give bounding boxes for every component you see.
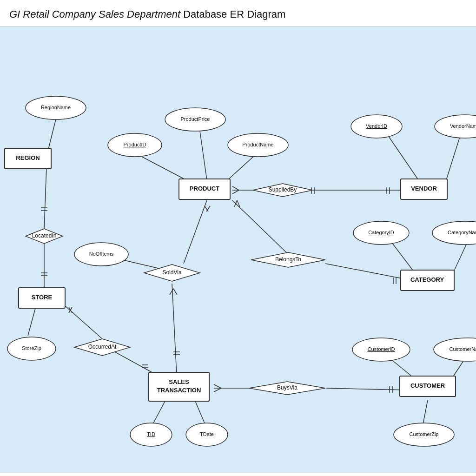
svg-line-30 bbox=[325, 264, 409, 280]
attr-vendor-id-label: VendorID bbox=[366, 123, 387, 129]
attr-product-name: ProductName bbox=[228, 133, 288, 157]
attr-product-price: ProductPrice bbox=[165, 108, 225, 131]
attr-tdate: TDate bbox=[186, 423, 228, 446]
svg-line-45 bbox=[195, 401, 205, 423]
attr-category-id: CategoryID bbox=[353, 221, 409, 245]
relation-sold-via-label: SoldVia bbox=[162, 269, 181, 276]
svg-line-37 bbox=[206, 206, 210, 212]
attr-category-name: CategoryName bbox=[432, 221, 476, 245]
entity-region-label: REGION bbox=[16, 154, 40, 161]
svg-line-25 bbox=[388, 136, 418, 180]
svg-line-49 bbox=[326, 388, 407, 390]
attr-product-id-label: ProductID bbox=[124, 142, 146, 147]
attr-customer-name-label: CustomerName bbox=[449, 346, 476, 352]
entity-region: REGION bbox=[5, 148, 51, 169]
svg-line-43 bbox=[173, 289, 177, 295]
attr-no-of-items-label: NoOfItems bbox=[89, 251, 114, 257]
svg-line-36 bbox=[205, 206, 208, 212]
attr-customer-id-label: CustomerID bbox=[368, 346, 395, 352]
relation-supplied-by-label: SuppliedBy bbox=[269, 186, 297, 193]
relation-occurred-at: OccurredAt bbox=[74, 339, 130, 356]
relation-occurred-at-label: OccurredAt bbox=[88, 344, 117, 350]
attr-customer-zip: CustomerZip bbox=[394, 423, 454, 446]
attr-category-name-label: CategoryName bbox=[448, 230, 476, 235]
attr-region-name-label: RegionName bbox=[41, 105, 71, 110]
entity-product-label: PRODUCT bbox=[190, 185, 219, 192]
attr-tid-label: TID bbox=[147, 431, 155, 437]
attr-region-name: RegionName bbox=[26, 96, 86, 119]
attr-category-id-label: CategoryID bbox=[368, 230, 394, 235]
svg-line-8 bbox=[60, 302, 102, 339]
attr-customer-name: CustomerName bbox=[434, 338, 476, 361]
relation-supplied-by: SuppliedBy bbox=[253, 184, 312, 197]
entity-store: STORE bbox=[19, 288, 65, 308]
entity-store-label: STORE bbox=[32, 294, 53, 301]
relation-belongs-to-label: BelongsTo bbox=[275, 256, 301, 263]
svg-line-14 bbox=[142, 157, 186, 180]
title-bold: Database ER Diagram bbox=[180, 8, 285, 20]
svg-line-15 bbox=[200, 131, 207, 180]
attr-vendor-id: VendorID bbox=[351, 115, 402, 138]
entity-category-label: CATEGORY bbox=[410, 276, 444, 283]
title-italic: GI Retail Company Sales Department bbox=[9, 8, 180, 20]
page-title: GI Retail Company Sales Department Datab… bbox=[0, 0, 476, 26]
svg-line-16 bbox=[228, 157, 253, 180]
svg-line-26 bbox=[446, 136, 460, 180]
svg-line-39 bbox=[172, 284, 177, 375]
svg-line-11 bbox=[115, 352, 157, 375]
relation-buys-via: BuysVia bbox=[249, 382, 325, 395]
entity-vendor: VENDOR bbox=[401, 179, 447, 199]
er-diagram: REGION PRODUCT VENDOR CATEGORY STORE SAL… bbox=[0, 26, 476, 473]
attr-vendor-name-label: VendorName bbox=[450, 123, 476, 129]
attr-tid: TID bbox=[130, 423, 172, 446]
attr-store-zip-label: StoreZip bbox=[22, 345, 41, 351]
attr-vendor-name: VendorName bbox=[435, 115, 476, 138]
svg-line-28 bbox=[234, 200, 237, 207]
entity-sales-transaction-label2: TRANSACTION bbox=[157, 387, 201, 394]
svg-line-27 bbox=[232, 200, 288, 254]
relation-buys-via-label: BuysVia bbox=[277, 384, 298, 391]
attr-tdate-label: TDate bbox=[200, 431, 214, 437]
attr-product-price-label: ProductPrice bbox=[181, 116, 210, 122]
svg-line-44 bbox=[153, 401, 165, 423]
entity-customer-label: CUSTOMER bbox=[410, 382, 445, 389]
relation-located-in: LocatedIn bbox=[26, 229, 63, 244]
svg-line-1 bbox=[44, 167, 46, 229]
attr-customer-zip-label: CustomerZip bbox=[410, 431, 439, 437]
entity-sales-transaction-label1: SALES bbox=[169, 378, 189, 385]
svg-line-47 bbox=[214, 384, 221, 388]
entity-category: CATEGORY bbox=[401, 270, 454, 291]
entity-customer: CUSTOMER bbox=[400, 376, 456, 397]
svg-line-18 bbox=[232, 186, 239, 190]
svg-line-54 bbox=[423, 400, 428, 424]
attr-product-name-label: ProductName bbox=[242, 142, 273, 147]
entity-vendor-label: VENDOR bbox=[411, 185, 437, 192]
svg-line-19 bbox=[232, 190, 239, 194]
attr-customer-id: CustomerID bbox=[352, 338, 410, 361]
relation-located-in-label: LocatedIn bbox=[32, 232, 57, 239]
svg-line-48 bbox=[214, 388, 221, 392]
attr-store-zip: StoreZip bbox=[7, 337, 56, 360]
attr-product-id: ProductID bbox=[108, 133, 162, 157]
entity-product: PRODUCT bbox=[179, 179, 230, 199]
attr-no-of-items: NoOfItems bbox=[74, 243, 128, 266]
svg-line-35 bbox=[184, 200, 207, 264]
entity-sales-transaction: SALES TRANSACTION bbox=[149, 372, 209, 401]
relation-belongs-to: BelongsTo bbox=[251, 252, 325, 267]
